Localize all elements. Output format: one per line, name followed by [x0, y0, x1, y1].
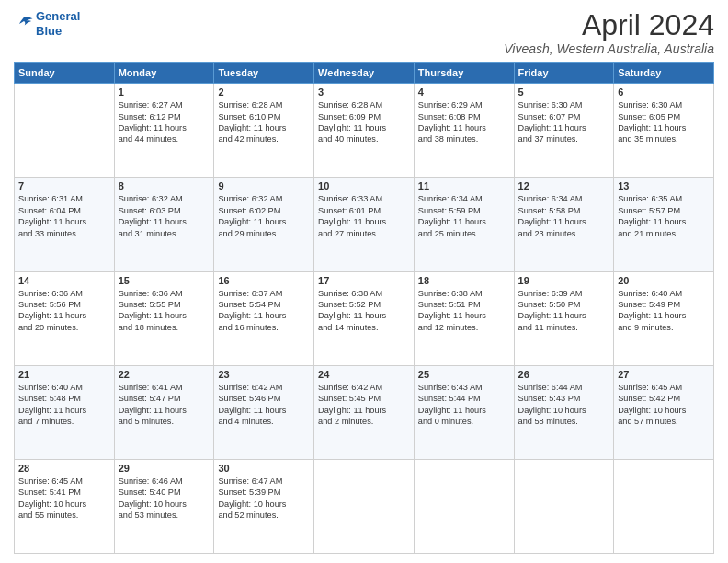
day-info: Sunrise: 6:29 AM Sunset: 6:08 PM Dayligh… [418, 99, 510, 145]
day-number: 9 [218, 180, 310, 191]
day-info: Sunrise: 6:37 AM Sunset: 5:54 PM Dayligh… [218, 288, 310, 334]
day-number: 8 [119, 180, 210, 191]
day-number: 4 [418, 86, 510, 98]
calendar-cell: 9Sunrise: 6:32 AM Sunset: 6:02 PM Daylig… [214, 178, 314, 271]
col-header-tuesday: Tuesday [214, 63, 314, 84]
calendar-cell: 16Sunrise: 6:37 AM Sunset: 5:54 PM Dayli… [214, 271, 314, 365]
calendar-cell: 29Sunrise: 6:46 AM Sunset: 5:40 PM Dayli… [114, 459, 214, 553]
day-number: 16 [218, 275, 310, 286]
calendar-week-4: 28Sunrise: 6:45 AM Sunset: 5:41 PM Dayli… [15, 459, 714, 553]
day-info: Sunrise: 6:35 AM Sunset: 5:57 PM Dayligh… [618, 193, 710, 239]
calendar-cell [514, 459, 614, 553]
page-header: General Blue April 2024 Viveash, Western… [14, 9, 714, 56]
calendar-cell: 11Sunrise: 6:34 AM Sunset: 5:59 PM Dayli… [414, 178, 514, 271]
calendar-cell: 3Sunrise: 6:28 AM Sunset: 6:09 PM Daylig… [314, 84, 415, 178]
day-number: 14 [18, 275, 110, 286]
calendar-week-2: 14Sunrise: 6:36 AM Sunset: 5:56 PM Dayli… [15, 271, 714, 365]
calendar-cell: 28Sunrise: 6:45 AM Sunset: 5:41 PM Dayli… [15, 459, 115, 553]
day-info: Sunrise: 6:40 AM Sunset: 5:49 PM Dayligh… [618, 288, 710, 334]
day-number: 2 [218, 86, 310, 98]
calendar-cell: 21Sunrise: 6:40 AM Sunset: 5:48 PM Dayli… [15, 365, 115, 459]
day-info: Sunrise: 6:46 AM Sunset: 5:40 PM Dayligh… [119, 476, 210, 522]
day-info: Sunrise: 6:32 AM Sunset: 6:02 PM Dayligh… [218, 193, 310, 239]
day-info: Sunrise: 6:36 AM Sunset: 5:56 PM Dayligh… [18, 288, 110, 334]
calendar-cell: 25Sunrise: 6:43 AM Sunset: 5:44 PM Dayli… [414, 365, 514, 459]
day-number: 17 [318, 275, 410, 286]
calendar-cell: 26Sunrise: 6:44 AM Sunset: 5:43 PM Dayli… [514, 365, 614, 459]
calendar-cell: 18Sunrise: 6:38 AM Sunset: 5:51 PM Dayli… [414, 271, 514, 365]
day-info: Sunrise: 6:45 AM Sunset: 5:41 PM Dayligh… [18, 476, 110, 522]
calendar-cell: 22Sunrise: 6:41 AM Sunset: 5:47 PM Dayli… [114, 365, 214, 459]
calendar-cell: 15Sunrise: 6:36 AM Sunset: 5:55 PM Dayli… [114, 271, 214, 365]
day-info: Sunrise: 6:32 AM Sunset: 6:03 PM Dayligh… [119, 193, 210, 239]
calendar-table: SundayMondayTuesdayWednesdayThursdayFrid… [14, 62, 714, 554]
day-number: 10 [318, 180, 410, 191]
day-info: Sunrise: 6:40 AM Sunset: 5:48 PM Dayligh… [18, 382, 110, 428]
day-info: Sunrise: 6:28 AM Sunset: 6:10 PM Dayligh… [218, 99, 310, 145]
day-number: 26 [518, 369, 610, 380]
calendar-week-1: 7Sunrise: 6:31 AM Sunset: 6:04 PM Daylig… [15, 178, 714, 271]
calendar-cell: 17Sunrise: 6:38 AM Sunset: 5:52 PM Dayli… [314, 271, 415, 365]
day-number: 6 [618, 86, 710, 98]
day-info: Sunrise: 6:43 AM Sunset: 5:44 PM Dayligh… [418, 382, 510, 428]
day-info: Sunrise: 6:28 AM Sunset: 6:09 PM Dayligh… [318, 99, 410, 145]
day-info: Sunrise: 6:42 AM Sunset: 5:45 PM Dayligh… [318, 382, 410, 428]
calendar-cell: 8Sunrise: 6:32 AM Sunset: 6:03 PM Daylig… [114, 178, 214, 271]
day-number: 15 [119, 275, 210, 286]
title-block: April 2024 Viveash, Western Australia, A… [504, 9, 714, 56]
day-info: Sunrise: 6:38 AM Sunset: 5:52 PM Dayligh… [318, 288, 410, 334]
day-number: 23 [218, 369, 310, 380]
day-number: 29 [119, 463, 210, 474]
day-number: 12 [518, 180, 610, 191]
calendar-cell: 6Sunrise: 6:30 AM Sunset: 6:05 PM Daylig… [614, 84, 714, 178]
logo-text-general: General [36, 9, 80, 23]
calendar-cell: 27Sunrise: 6:45 AM Sunset: 5:42 PM Dayli… [614, 365, 714, 459]
day-info: Sunrise: 6:31 AM Sunset: 6:04 PM Dayligh… [18, 193, 110, 239]
day-number: 19 [518, 275, 610, 286]
calendar-cell: 23Sunrise: 6:42 AM Sunset: 5:46 PM Dayli… [214, 365, 314, 459]
day-number: 5 [518, 86, 610, 98]
day-number: 7 [18, 180, 110, 191]
day-info: Sunrise: 6:34 AM Sunset: 5:59 PM Dayligh… [418, 193, 510, 239]
logo-text-blue: Blue [36, 24, 62, 38]
calendar-cell: 1Sunrise: 6:27 AM Sunset: 6:12 PM Daylig… [114, 84, 214, 178]
calendar-cell [414, 459, 514, 553]
day-number: 22 [119, 369, 210, 380]
page-subtitle: Viveash, Western Australia, Australia [504, 41, 714, 56]
day-number: 28 [18, 463, 110, 474]
calendar-week-3: 21Sunrise: 6:40 AM Sunset: 5:48 PM Dayli… [15, 365, 714, 459]
calendar-cell: 14Sunrise: 6:36 AM Sunset: 5:56 PM Dayli… [15, 271, 115, 365]
calendar-week-0: 1Sunrise: 6:27 AM Sunset: 6:12 PM Daylig… [15, 84, 714, 178]
day-info: Sunrise: 6:30 AM Sunset: 6:07 PM Dayligh… [518, 99, 610, 145]
calendar-cell: 7Sunrise: 6:31 AM Sunset: 6:04 PM Daylig… [15, 178, 115, 271]
calendar-cell: 30Sunrise: 6:47 AM Sunset: 5:39 PM Dayli… [214, 459, 314, 553]
calendar-cell: 5Sunrise: 6:30 AM Sunset: 6:07 PM Daylig… [514, 84, 614, 178]
col-header-thursday: Thursday [414, 63, 514, 84]
day-number: 20 [618, 275, 710, 286]
calendar-cell [614, 459, 714, 553]
day-info: Sunrise: 6:34 AM Sunset: 5:58 PM Dayligh… [518, 193, 610, 239]
calendar-cell [15, 84, 115, 178]
calendar-cell: 4Sunrise: 6:29 AM Sunset: 6:08 PM Daylig… [414, 84, 514, 178]
col-header-monday: Monday [114, 63, 214, 84]
col-header-wednesday: Wednesday [314, 63, 415, 84]
day-info: Sunrise: 6:45 AM Sunset: 5:42 PM Dayligh… [618, 382, 710, 428]
day-number: 27 [618, 369, 710, 380]
day-info: Sunrise: 6:33 AM Sunset: 6:01 PM Dayligh… [318, 193, 410, 239]
day-info: Sunrise: 6:36 AM Sunset: 5:55 PM Dayligh… [119, 288, 210, 334]
calendar-cell: 24Sunrise: 6:42 AM Sunset: 5:45 PM Dayli… [314, 365, 415, 459]
day-number: 30 [218, 463, 310, 474]
day-number: 13 [618, 180, 710, 191]
day-info: Sunrise: 6:44 AM Sunset: 5:43 PM Dayligh… [518, 382, 610, 428]
col-header-saturday: Saturday [614, 63, 714, 84]
calendar-cell: 13Sunrise: 6:35 AM Sunset: 5:57 PM Dayli… [614, 178, 714, 271]
calendar-cell: 20Sunrise: 6:40 AM Sunset: 5:49 PM Dayli… [614, 271, 714, 365]
page-title: April 2024 [504, 9, 714, 41]
day-info: Sunrise: 6:39 AM Sunset: 5:50 PM Dayligh… [518, 288, 610, 334]
calendar-header-row: SundayMondayTuesdayWednesdayThursdayFrid… [15, 63, 714, 84]
calendar-cell: 19Sunrise: 6:39 AM Sunset: 5:50 PM Dayli… [514, 271, 614, 365]
day-number: 25 [418, 369, 510, 380]
day-info: Sunrise: 6:42 AM Sunset: 5:46 PM Dayligh… [218, 382, 310, 428]
day-number: 1 [119, 86, 210, 98]
col-header-friday: Friday [514, 63, 614, 84]
